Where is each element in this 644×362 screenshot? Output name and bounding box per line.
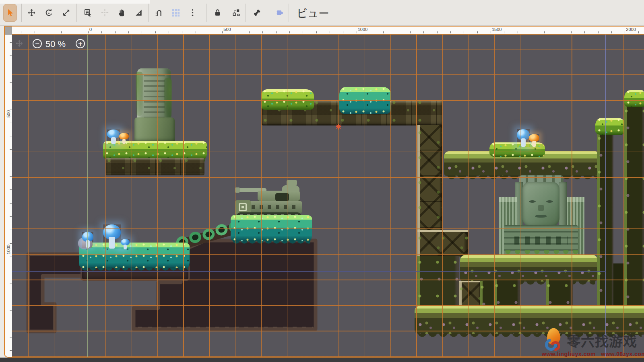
snap-cursor-tool-button[interactable] — [97, 4, 113, 22]
ruler-label: 2000 — [626, 27, 636, 32]
toolbar-separator — [267, 4, 267, 22]
viewport-frame: 0500100015002000 5001000 — [4, 26, 644, 358]
ruler-tick — [504, 31, 504, 33]
transform-origin-button[interactable] — [228, 4, 244, 22]
zoom-in-button[interactable]: + — [76, 39, 85, 48]
ruler-tick — [88, 31, 89, 33]
ruler-tick — [10, 163, 12, 163]
ruler-tick — [544, 31, 545, 33]
ruler-tick — [196, 31, 196, 33]
ruler-tick — [423, 31, 424, 33]
ruler-tick — [10, 216, 12, 217]
select-items-tool-button[interactable] — [80, 4, 96, 22]
ruler-tick — [10, 69, 12, 69]
ruler-tick — [10, 257, 12, 257]
ruler-tick — [21, 31, 21, 33]
more-options-button[interactable] — [184, 4, 200, 22]
view-menu-label: ビュー — [297, 5, 329, 21]
ruler-tick — [10, 230, 12, 230]
ruler-tick — [10, 310, 12, 311]
ruler-tick — [209, 31, 209, 33]
ruler-tick — [330, 31, 330, 33]
guide-line-horizontal[interactable] — [12, 271, 606, 272]
ruler-tick — [142, 31, 142, 33]
ruler-tick — [35, 31, 35, 33]
snap-tool-button[interactable] — [151, 4, 167, 22]
ruler-label: 1000 — [6, 245, 11, 254]
scale-icon — [62, 8, 71, 17]
watermark: 零六找游戏 www.lingliuyx.com www.06zyx.com — [540, 327, 644, 357]
ruler-tick — [464, 31, 464, 33]
zoom-level: 50 % — [45, 39, 66, 49]
camera-tool-button[interactable] — [271, 4, 287, 22]
ruler-tick — [450, 31, 451, 33]
rotate-tool-button[interactable] — [41, 4, 57, 22]
horizontal-ruler: 0500100015002000 — [12, 27, 644, 35]
ruler-tick — [10, 270, 12, 270]
pan-tool-button[interactable] — [114, 4, 130, 22]
view-menu-button[interactable]: ビュー — [291, 3, 334, 23]
ruler-tick — [61, 31, 62, 33]
measure-tool-button[interactable] — [130, 4, 147, 22]
ruler-tick — [518, 31, 518, 33]
ruler-tick — [155, 31, 156, 33]
ruler-tick — [343, 31, 343, 33]
ruler-tick — [584, 31, 585, 33]
rotate-icon — [44, 8, 54, 17]
cursor-icon — [5, 8, 15, 18]
move-tool-button[interactable] — [23, 4, 39, 22]
ruler-tick — [10, 82, 12, 83]
select-tool-button[interactable] — [3, 4, 17, 22]
watermark-title: 零六找游戏 — [567, 331, 637, 350]
grid-toggle-button[interactable] — [167, 4, 184, 22]
flower-icon — [275, 8, 284, 17]
ruler-tick — [115, 31, 116, 33]
ruler-tick — [10, 123, 12, 123]
toolbar-separator — [21, 4, 22, 22]
ruler-tick — [303, 31, 303, 33]
ruler-tick — [10, 42, 12, 43]
ruler-label: 500 — [223, 27, 231, 32]
ruler-tick — [370, 31, 370, 33]
ruler-tick — [10, 56, 12, 56]
ruler-tick — [249, 31, 250, 33]
toolbar-separator — [289, 4, 289, 22]
move-icon — [27, 8, 36, 17]
kebab-menu-icon — [188, 8, 197, 17]
ruler-tick — [397, 31, 397, 33]
vertical-ruler: 5001000 — [5, 35, 12, 357]
ruler-tick — [10, 149, 12, 150]
watermark-logo — [543, 328, 565, 352]
zoom-out-button[interactable]: − — [33, 39, 42, 48]
ruler-tick — [10, 297, 12, 297]
ruler-tick — [477, 31, 478, 33]
ruler-tick — [276, 31, 277, 33]
ruler-tick — [10, 136, 12, 136]
ruler-tick — [10, 189, 12, 190]
toolbar-separator — [338, 4, 338, 22]
ruler-tick — [357, 31, 357, 33]
hand-icon — [117, 8, 126, 17]
ruler-tick — [10, 176, 12, 177]
bone-tool-button[interactable] — [249, 4, 265, 22]
ruler-tick — [182, 31, 182, 33]
ruler-tick — [531, 31, 531, 33]
ruler-tick — [10, 96, 12, 96]
guide-line-origin[interactable] — [87, 35, 88, 357]
guide-line-vertical[interactable] — [605, 35, 606, 357]
level-canvas[interactable]: − 50 % + 零六找游戏 www.lingliuyx.com www.06z… — [12, 35, 644, 357]
select-list-icon — [83, 8, 93, 17]
ruler-tick — [10, 324, 12, 324]
lock-button[interactable] — [209, 4, 225, 22]
watermark-urls: www.lingliuyx.com www.06zyx.com — [542, 351, 644, 357]
ruler-tick — [598, 31, 599, 33]
toolbar-separator — [206, 4, 206, 22]
magnet-icon — [154, 8, 163, 17]
ruler-tick — [10, 284, 12, 284]
grid-icon — [171, 8, 180, 17]
ruler-tick — [491, 31, 491, 33]
ruler-label: 500 — [6, 110, 11, 117]
scale-tool-button[interactable] — [58, 4, 74, 22]
ruler-tick — [10, 109, 12, 109]
editor-window: ビュー 0500100015002000 5001000 — [0, 0, 644, 358]
